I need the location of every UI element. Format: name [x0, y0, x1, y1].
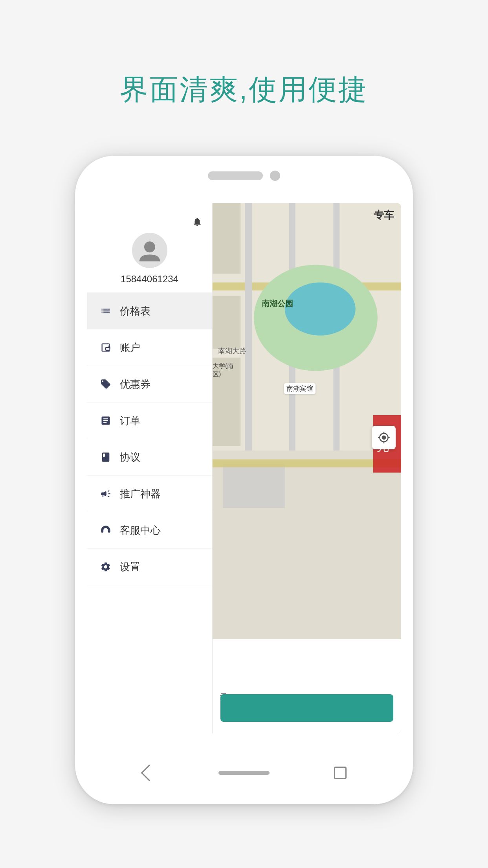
coupon-label: 优惠券 — [120, 377, 150, 391]
home-nav-bar[interactable] — [218, 771, 270, 775]
phone-mockup: 15844061234 价格表 账户 — [75, 156, 413, 804]
location-button[interactable] — [372, 426, 396, 449]
bottom-panel: 元 — [213, 639, 401, 734]
price-list-label: 价格表 — [120, 304, 150, 318]
map-top-label: 专车 — [374, 208, 394, 222]
order-icon — [99, 414, 113, 428]
university-label: 大学(南区) — [213, 362, 233, 379]
phone-speaker — [208, 171, 263, 180]
svg-point-7 — [285, 283, 356, 336]
user-phone: 15844061234 — [121, 274, 178, 285]
promotion-label: 推广神器 — [120, 487, 161, 501]
book-icon — [99, 450, 113, 464]
svg-rect-3 — [245, 203, 252, 468]
agreement-label: 协议 — [120, 451, 140, 464]
svg-rect-13 — [213, 460, 401, 467]
notification-row — [95, 215, 204, 229]
sidebar-item-price-list[interactable]: 价格表 — [87, 293, 212, 329]
back-icon — [141, 765, 158, 781]
svg-point-0 — [144, 241, 155, 252]
bell-icon[interactable] — [190, 215, 204, 229]
headset-icon — [99, 523, 113, 537]
recent-icon — [334, 767, 347, 779]
hotel-label: 南湖宾馆 — [284, 383, 316, 394]
phone-screen: 15844061234 价格表 账户 — [87, 203, 401, 734]
sidebar-item-settings[interactable]: 设置 — [87, 549, 212, 585]
sidebar-item-promotion[interactable]: 推广神器 — [87, 476, 212, 512]
list-icon — [99, 304, 113, 318]
megaphone-icon — [99, 487, 113, 501]
page-container: 界面清爽,使用便捷 — [75, 0, 413, 804]
sidebar-item-account[interactable]: 账户 — [87, 329, 212, 366]
avatar[interactable] — [132, 233, 167, 268]
account-label: 账户 — [120, 341, 140, 355]
sidebar-header: 15844061234 — [87, 203, 212, 293]
road-name-label: 南湖大路 — [218, 346, 246, 356]
back-nav-button[interactable] — [136, 765, 160, 781]
sidebar-item-order[interactable]: 订单 — [87, 403, 212, 439]
map-area: 光 专车 南湖公园 南湖大路 南湖宾馆 大学(南区) 元 — [213, 203, 401, 734]
settings-label: 设置 — [120, 560, 140, 574]
support-label: 客服中心 — [120, 524, 161, 537]
sidebar-menu: 价格表 账户 优惠券 — [87, 293, 212, 734]
page-title: 界面清爽,使用便捷 — [75, 71, 413, 108]
phone-bottom-nav — [75, 765, 413, 781]
tag-icon — [99, 377, 113, 391]
recent-nav-button[interactable] — [328, 765, 352, 781]
gear-icon — [99, 560, 113, 574]
svg-rect-8 — [213, 203, 240, 274]
sidebar-item-support[interactable]: 客服中心 — [87, 512, 212, 549]
svg-rect-9 — [213, 296, 240, 349]
park-name-label: 南湖公园 — [262, 298, 293, 309]
phone-camera — [270, 171, 280, 181]
call-button[interactable] — [220, 694, 393, 722]
wallet-icon — [99, 340, 113, 355]
phone-top-bar — [208, 171, 280, 181]
order-label: 订单 — [120, 414, 140, 428]
sidebar-item-coupon[interactable]: 优惠券 — [87, 366, 212, 403]
sidebar-item-agreement[interactable]: 协议 — [87, 439, 212, 476]
svg-rect-12 — [223, 464, 285, 508]
sidebar: 15844061234 价格表 账户 — [87, 203, 213, 734]
